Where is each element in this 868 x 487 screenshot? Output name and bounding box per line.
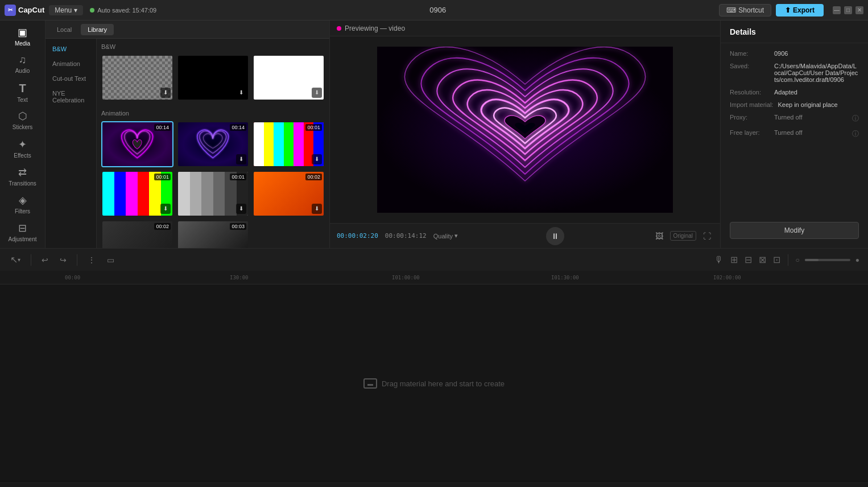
delete-button[interactable]: ▭ [104,253,118,267]
magnet-button[interactable]: ⊠ [757,253,768,267]
maximize-button[interactable]: □ [844,6,852,14]
freelayer-value: Turned off [774,129,803,139]
download-icon[interactable]: ⬇ [236,204,246,214]
screenshot-button[interactable]: 🖼 [653,229,666,243]
shortcut-button[interactable]: ⌨ Shortcut [719,4,771,16]
details-header: Details [721,20,868,43]
tab-local[interactable]: Local [50,24,78,35]
thumb-dark[interactable]: 00:02 [101,220,173,248]
delete-icon: ▭ [107,255,114,265]
toolbar-item-text[interactable]: T Text [3,79,43,106]
saved-label: Saved: [730,63,770,83]
fullscreen-button[interactable]: ⛶ [701,229,713,243]
name-label: Name: [730,50,770,57]
thumb-white[interactable]: ⬇ [253,55,325,101]
toolbar-item-adjustment[interactable]: ⊟ Adjustment [3,219,43,246]
sidebar-item-nye[interactable]: NYE Celebration [48,86,94,107]
snap-button[interactable]: ⊞ [729,253,739,267]
timeline-scrollbar[interactable] [0,482,868,487]
link-button[interactable]: ⊟ [743,253,754,267]
thumb-heart2[interactable]: 00:14 ⬇ [177,121,249,167]
preview-status-dot [337,26,341,31]
freelayer-label: Free layer: [730,129,770,139]
minimize-button[interactable]: — [833,6,841,14]
tab-library[interactable]: Library [81,24,114,35]
close-button[interactable]: ✕ [855,6,863,14]
neon-hearts-visual [377,47,673,213]
zoom-out-button[interactable]: ○ [794,254,801,266]
detail-resolution: Resolution: Adapted [730,89,859,96]
redo-button[interactable]: ↪ [56,253,70,267]
timeline-toolbar: ↖ ▾ ↩ ↪ ⋮ ▭ 🎙 ⊞ ⊟ ⊠ ⊡ ○ ● [0,248,868,271]
proxy-label: Proxy: [730,114,770,123]
timeline-right-tools: 🎙 ⊞ ⊟ ⊠ ⊡ ○ ● [713,253,862,267]
select-tool-button[interactable]: ↖ ▾ [7,252,24,267]
thumb-black[interactable]: ⬇ [177,55,249,101]
split-audio-button[interactable]: ⊡ [771,253,782,267]
left-toolbar: ▣ Media ♫ Audio T Text ⬡ Stickers ✦ Effe… [0,20,46,248]
export-button[interactable]: ⬆ Export [776,4,824,16]
original-button[interactable]: Original [670,231,696,241]
filters-label: Filters [15,208,30,214]
thumb-transparent[interactable]: ⬇ [101,55,173,101]
detail-saved: Saved: C:/Users/Malavida/AppData/Local/C… [730,63,859,83]
toolbar-item-effects[interactable]: ✦ Effects [3,135,43,162]
quality-button[interactable]: Quality ▾ [433,232,458,240]
thumb-orange[interactable]: 00:02 ⬇ [253,171,325,217]
menu-chevron-icon: ▾ [74,6,77,14]
menu-button[interactable]: Menu ▾ [49,5,83,15]
timeline-body: ▬ Drag material here and start to create [0,284,868,482]
freelayer-info-icon[interactable]: ⓘ [852,129,859,139]
thumb-bars1[interactable]: 00:01 ⬇ [253,121,325,167]
adjustment-icon: ⊟ [18,222,27,234]
topbar-right: ⌨ Shortcut ⬆ Export — □ ✕ [719,4,863,16]
text-label: Text [17,97,27,103]
video-canvas [377,47,673,213]
download-icon[interactable]: ⬇ [160,88,171,98]
duration-label: 00:03 [230,223,246,230]
toolbar-item-stickers[interactable]: ⬡ Stickers [3,107,43,134]
thumb-bars3[interactable]: 00:01 ⬇ [177,171,249,217]
zoom-slider[interactable] [805,259,850,261]
thumb-grad[interactable]: 00:03 [177,220,249,248]
toolbar-item-filters[interactable]: ◈ Filters [3,191,43,218]
sidebar-item-animation[interactable]: Animation [48,57,94,71]
time-total: 00:00:14:12 [385,232,427,240]
duration-label: 00:02 [154,223,171,230]
download-icon[interactable]: ⬇ [236,154,246,164]
download-icon[interactable]: ⬇ [312,88,322,98]
drag-hint-icon: ▬ [363,378,377,389]
undo-icon: ↩ [42,255,48,265]
media-label: Media [15,40,30,47]
download-icon[interactable]: ⬇ [312,204,322,214]
thumb-heart1[interactable]: 00:14 [101,121,173,167]
thumb-bars2[interactable]: 00:01 ⬇ [101,171,173,217]
pause-button[interactable]: ⏸ [546,227,564,245]
download-icon[interactable]: ⬇ [160,204,171,214]
split-button[interactable]: ⋮ [84,253,99,267]
toolbar-item-media[interactable]: ▣ Media [3,23,43,49]
modify-button[interactable]: Modify [730,222,859,239]
undo-button[interactable]: ↩ [38,253,52,267]
sidebar-item-cutout[interactable]: Cut-out Text [48,72,94,85]
toolbar-item-audio[interactable]: ♫ Audio [3,51,43,77]
detail-freelayer: Free layer: Turned off ⓘ [730,129,859,139]
controls-right: 🖼 Original ⛶ [653,229,713,243]
ruler-mark-4: I02:00:00 [713,275,741,280]
detail-name: Name: 0906 [730,50,859,57]
preview-title: Previewing — video [345,24,405,32]
proxy-info-icon[interactable]: ⓘ [852,114,859,123]
download-icon[interactable]: ⬇ [312,154,322,164]
shortcut-label: Shortcut [738,6,764,14]
download-icon[interactable]: ⬇ [236,88,246,98]
resolution-label: Resolution: [730,89,770,96]
mic-button[interactable]: 🎙 [713,253,725,267]
autosave-dot [90,8,94,13]
logo-icon: ✂ [5,5,16,16]
duration-label: 00:01 [230,174,246,180]
sidebar-item-bw[interactable]: B&W [48,42,94,56]
zoom-in-button[interactable]: ● [854,254,861,266]
toolbar-item-transitions[interactable]: ⇄ Transitions [3,163,43,189]
autosave-text: Auto saved: 15:47:09 [97,7,156,14]
import-value: Keep in original place [778,101,837,108]
